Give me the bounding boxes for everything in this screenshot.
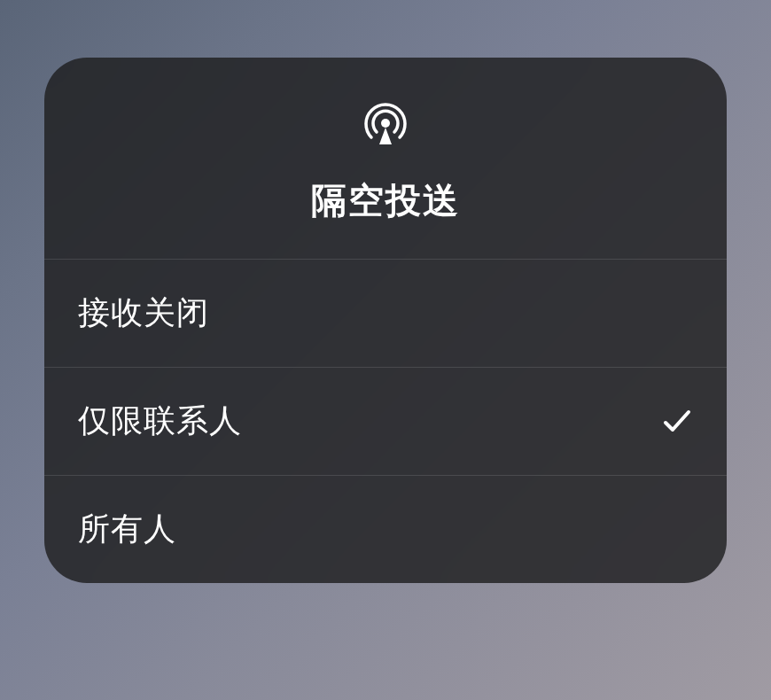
option-label: 所有人 <box>78 508 176 551</box>
panel-header: 隔空投送 <box>44 58 727 260</box>
panel-title: 隔空投送 <box>311 176 460 225</box>
checkmark-icon <box>661 406 693 438</box>
airdrop-icon <box>361 100 410 150</box>
airdrop-settings-panel: 隔空投送 接收关闭 仅限联系人 所有人 <box>44 58 727 583</box>
option-receiving-off[interactable]: 接收关闭 <box>44 260 727 368</box>
svg-point-0 <box>381 119 390 128</box>
option-everyone[interactable]: 所有人 <box>44 476 727 583</box>
option-label: 接收关闭 <box>78 292 209 335</box>
option-contacts-only[interactable]: 仅限联系人 <box>44 368 727 476</box>
options-list: 接收关闭 仅限联系人 所有人 <box>44 260 727 583</box>
option-label: 仅限联系人 <box>78 400 242 443</box>
